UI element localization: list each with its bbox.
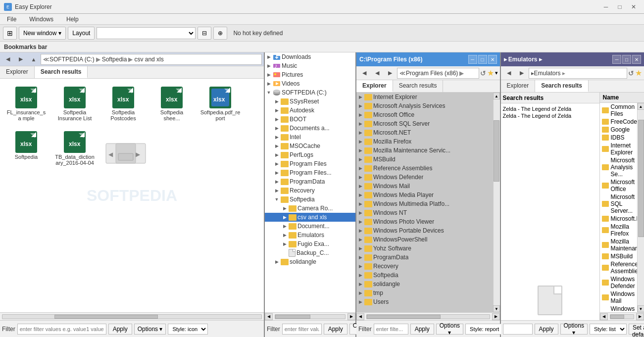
right-folder-msanalysis[interactable]: Microsoft Analysis Se... [600, 156, 638, 178]
expand-document[interactable]: ▶ [281, 222, 289, 230]
close-button[interactable]: ✕ [627, 2, 640, 12]
file-item-3[interactable]: xlsx Softpedia Postcodes [101, 83, 146, 123]
tree-item-programfiles[interactable]: ▶ Program Files [265, 159, 355, 168]
center-folder-winmedia[interactable]: ▶ Windows Media Player [356, 191, 493, 199]
left-file-back-button[interactable]: ◀ [2, 54, 14, 65]
expand-recovery[interactable]: ▶ [273, 187, 281, 194]
expand-programfiles[interactable]: ▶ [273, 160, 281, 168]
tree-apply-button[interactable]: Apply [324, 324, 347, 335]
center-hscrollbar-thumb[interactable] [367, 315, 441, 319]
tree-item-csvxls[interactable]: ▶ csv and xls [265, 213, 355, 222]
left-file-hscrollbar-track[interactable] [2, 314, 262, 319]
toolbar-grid-icon[interactable]: ⊞ [3, 27, 17, 40]
expand-boot[interactable]: ▶ [273, 115, 281, 123]
center-folder-msnet[interactable]: ▶ Microsoft.NET [356, 128, 493, 137]
expand-downloads[interactable]: ▶ [265, 53, 273, 61]
center-ie-expand[interactable]: ▶ [356, 93, 364, 101]
center-folder-windefender[interactable]: ▶ Windows Defender [356, 173, 493, 182]
center-maximize-btn[interactable]: □ [478, 55, 487, 64]
center-dropdown-btn[interactable]: ▾ [495, 70, 498, 76]
right-scroll-thumb[interactable] [638, 120, 644, 237]
layout-button[interactable]: Layout [68, 27, 95, 40]
center-softpedia-expand[interactable]: ▶ [356, 271, 364, 279]
center-msoffice-expand[interactable]: ▶ [356, 111, 364, 119]
center-programdata-expand[interactable]: ▶ [356, 253, 364, 261]
center-tab-explorer[interactable]: Explorer [356, 80, 393, 92]
expand-msocache[interactable]: ▶ [273, 142, 281, 150]
center-folder-programdata[interactable]: ▶ ProgramData [356, 253, 493, 262]
tree-item-music[interactable]: ▶ ♪ Music [265, 61, 355, 70]
tree-scroll-left[interactable]: ◀ [265, 313, 273, 320]
center-solidangle-expand[interactable]: ▶ [356, 280, 364, 288]
center-analysis-expand[interactable]: ▶ [356, 102, 364, 110]
tree-item-msocache[interactable]: ▶ MSOCache [265, 142, 355, 150]
right-filter-input[interactable] [503, 324, 533, 335]
right-hscrollbar-track[interactable] [610, 314, 635, 319]
menu-file[interactable]: File [3, 15, 20, 24]
center-winnt-expand[interactable]: ▶ [356, 209, 364, 217]
tree-hscrollbar-track[interactable] [275, 314, 346, 319]
file-item-5[interactable]: xlsx Softpedia.pdf_re port [198, 83, 243, 123]
center-folder-refassem[interactable]: ▶ Reference Assemblies [356, 164, 493, 173]
right-refresh-btn[interactable]: ↺ [628, 69, 634, 77]
right-default-button[interactable]: Set as default [629, 324, 644, 335]
path-part-3[interactable]: csv and xls [134, 56, 163, 63]
center-firefox-expand[interactable]: ▶ [356, 138, 364, 145]
tree-item-fugio[interactable]: ▶ Fugio Exa... [265, 240, 355, 248]
right-hscroll-right[interactable]: ▶ [636, 313, 644, 320]
right-folder-winmedia[interactable]: Windows Media Play... [600, 305, 638, 312]
tree-item-programfiles2[interactable]: ▶ Program Files... [265, 168, 355, 177]
right-folder-windefender[interactable]: Windows Defender [600, 275, 638, 290]
expand-csvxls[interactable]: ▶ [281, 213, 289, 221]
right-folder-google[interactable]: Google [600, 126, 638, 134]
right-star-btn[interactable]: ★ [635, 68, 642, 78]
right-result-2[interactable]: Zelda - The Legend of Zelda [503, 112, 597, 119]
tree-item-downloads[interactable]: ▶ Downloads [265, 52, 355, 61]
center-folder-users[interactable]: ▶ Users [356, 297, 493, 306]
tree-item-programdata[interactable]: ▶ ProgramData [265, 177, 355, 186]
right-folder-winmail[interactable]: Windows Mail [600, 290, 638, 305]
right-folder-idbs[interactable]: IDBS [600, 134, 638, 142]
center-mozillamaint-expand[interactable]: ▶ [356, 146, 364, 154]
center-minimize-btn[interactable]: ─ [468, 55, 477, 64]
right-scroll-down[interactable]: ▼ [638, 305, 644, 312]
tree-item-emulators[interactable]: ▶ Emulators [265, 231, 355, 240]
center-apply-button[interactable]: Apply [410, 324, 434, 335]
expand-programdata[interactable]: ▶ [273, 178, 281, 186]
left-file-hscrollbar-thumb[interactable] [54, 315, 158, 319]
center-yohz-expand[interactable]: ▶ [356, 244, 364, 252]
center-hscroll-left[interactable]: ◀ [356, 313, 364, 320]
file-item-7[interactable]: xlsx TB_data_diction ary_2016-04-04 [52, 127, 97, 168]
menu-windows[interactable]: Windows [25, 15, 57, 24]
center-folder-ie[interactable]: ▶ Internet Explorer [356, 93, 493, 101]
right-maximize-btn[interactable]: □ [622, 55, 631, 64]
tree-item-softpedia[interactable]: ▼ Softpedia [265, 195, 355, 204]
right-tab-explorer[interactable]: Explorer [501, 80, 536, 92]
center-folder-mozillamaint[interactable]: ▶ Mozilla Maintenance Servic... [356, 146, 493, 155]
center-folder-softpedia[interactable]: ▶ Softpedia [356, 271, 493, 280]
path-drive[interactable]: ≪ [43, 56, 50, 63]
tree-item-documents[interactable]: ▶ Documents a... [265, 124, 355, 133]
center-folder-yohz[interactable]: ▶ Yohz Software [356, 244, 493, 253]
right-result-1[interactable]: Zelda - The Legend of Zelda [503, 105, 597, 112]
center-tab-search[interactable]: Search results [393, 80, 444, 92]
expand-ssysreset[interactable]: ▶ [273, 97, 281, 105]
center-folder-msbuild[interactable]: ▶ MSBuild [356, 155, 493, 164]
left-file-forward-button[interactable]: ▶ [15, 54, 27, 65]
right-tab-search[interactable]: Search results [535, 80, 589, 92]
expand-intel[interactable]: ▶ [273, 133, 281, 141]
right-folder-refassem[interactable]: Reference Assemblie... [600, 260, 638, 275]
tree-filter-input[interactable] [282, 324, 322, 335]
center-scroll-up[interactable]: ▲ [493, 93, 500, 99]
center-folder-winpowershell[interactable]: ▶ WindowsPowerShell [356, 235, 493, 244]
center-recovery-expand[interactable]: ▶ [356, 262, 364, 270]
center-folder-msoffice[interactable]: ▶ Microsoft Office [356, 110, 493, 119]
center-folder-tmp[interactable]: ▶ tmp [356, 289, 493, 297]
tree-item-solidangle[interactable]: ▶ solidangle [265, 257, 355, 266]
center-winmultimedia-expand[interactable]: ▶ [356, 200, 364, 208]
expand-camera[interactable]: ▶ [281, 204, 289, 212]
path-part-1[interactable]: SOFTPEDIA (C:) [50, 56, 95, 63]
center-msbuild-expand[interactable]: ▶ [356, 155, 364, 163]
center-back-btn[interactable]: ◀ [358, 68, 370, 79]
center-folder-winportable[interactable]: ▶ Windows Portable Devices [356, 226, 493, 235]
